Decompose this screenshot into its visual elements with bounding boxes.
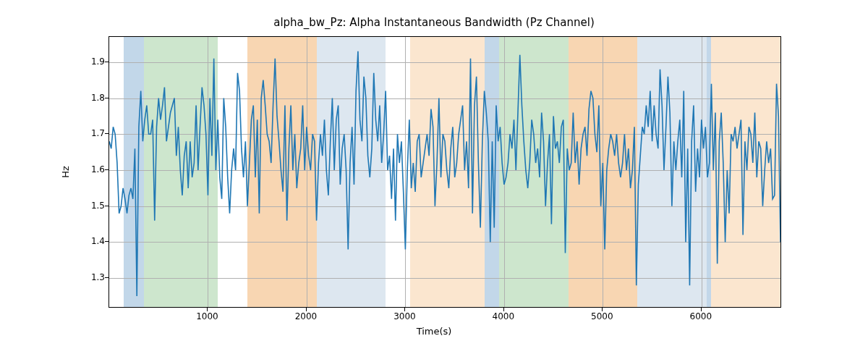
plot-area [109,36,781,308]
y-axis-label: Hz [58,36,72,308]
y-tick-mark [105,169,109,170]
y-tick-mark [105,241,109,242]
y-tick-label: 1.6 [80,164,105,174]
y-tick-mark [105,62,109,62]
y-tick-label: 1.8 [80,93,105,103]
x-tick-label: 1000 [185,311,229,321]
y-tick-label: 1.3 [80,272,105,282]
y-tick-mark [105,277,109,278]
y-tick-label: 1.5 [80,201,105,211]
x-tick-label: 6000 [679,311,723,321]
y-tick-mark [105,98,109,98]
x-tick-label: 2000 [284,311,328,321]
y-tick-label: 1.4 [80,236,105,246]
y-tick-mark [105,133,109,134]
y-tick-mark [105,206,109,206]
y-tick-label: 1.7 [80,128,105,138]
x-tick-label: 3000 [383,311,426,321]
x-tick-label: 4000 [482,311,525,321]
series-line [109,51,780,296]
line-series [109,37,780,307]
chart-title: alpha_bw_Pz: Alpha Instantaneous Bandwid… [0,16,868,29]
x-axis-label: Time(s) [0,326,868,337]
y-tick-label: 1.9 [80,56,105,67]
x-tick-label: 5000 [580,311,624,321]
figure: alpha_bw_Pz: Alpha Instantaneous Bandwid… [0,0,868,362]
